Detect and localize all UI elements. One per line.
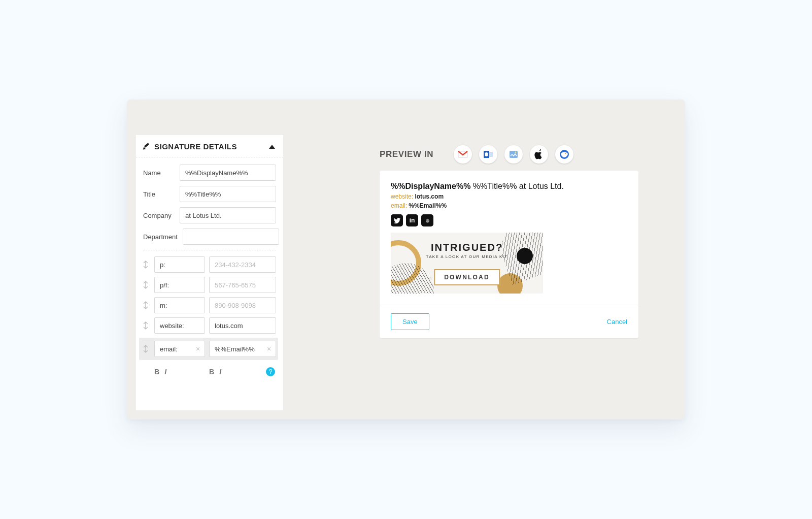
applemail-icon[interactable] [530, 145, 548, 164]
promo-banner[interactable]: INTRIGUED? TAKE A LOOK AT OUR MEDIA KIT … [391, 233, 543, 294]
company-input[interactable] [180, 207, 276, 223]
contact-value-input[interactable] [209, 317, 276, 334]
email-label: email: [391, 202, 407, 209]
svg-point-4 [515, 152, 517, 153]
static-fields: Name Title Company Department [136, 157, 283, 245]
signature-email-line: email: %%Email%% [391, 202, 627, 209]
contact-key-input[interactable] [154, 297, 205, 313]
clear-key-icon[interactable]: × [194, 345, 202, 353]
preview-header: PREVIEW IN [380, 145, 676, 164]
contact-row [141, 297, 276, 313]
signature-display-name: %%DisplayName%% [391, 182, 470, 190]
social-icons: in ◎ [391, 214, 627, 226]
contact-key-input[interactable] [154, 256, 205, 273]
instagram-icon[interactable]: ◎ [421, 214, 433, 226]
banner-subline: TAKE A LOOK AT OUR MEDIA KIT [391, 254, 543, 259]
contact-row [141, 256, 276, 273]
gmail-icon[interactable] [454, 145, 472, 164]
email-value: %%Email%% [409, 202, 447, 209]
separator [143, 250, 276, 250]
collapse-icon[interactable] [269, 145, 275, 149]
signature-name-line: %%DisplayName%% %%Title%% at Lotus Ltd. [391, 182, 627, 191]
cancel-button[interactable]: Cancel [607, 318, 627, 326]
drag-handle-icon[interactable] [142, 281, 149, 289]
format-bar: B I B I ? [136, 364, 283, 383]
contact-key-input[interactable] [154, 317, 205, 334]
bold-button-right[interactable]: B [209, 368, 214, 376]
website-value: lotus.com [415, 193, 444, 200]
drag-handle-icon[interactable] [142, 345, 149, 353]
title-label: Title [143, 190, 175, 198]
svg-point-6 [565, 153, 566, 154]
company-label: Company [143, 212, 175, 219]
help-icon[interactable]: ? [266, 367, 275, 376]
svg-rect-1 [485, 152, 488, 156]
thunderbird-icon[interactable] [555, 145, 573, 164]
name-input[interactable] [180, 165, 276, 181]
preview-card: %%DisplayName%% %%Title%% at Lotus Ltd. … [380, 171, 638, 338]
twitter-icon[interactable] [391, 214, 403, 226]
preview-heading: PREVIEW IN [380, 149, 433, 159]
svg-rect-2 [489, 152, 493, 157]
title-input[interactable] [180, 186, 276, 202]
app-frame: SIGNATURE DETAILS Name Title Company Dep… [127, 100, 685, 419]
outlook-icon[interactable] [479, 145, 497, 164]
drag-handle-icon[interactable] [142, 321, 149, 330]
panel-title: SIGNATURE DETAILS [154, 142, 237, 151]
linkedin-icon[interactable]: in [406, 214, 418, 226]
signature-title-suffix: %%Title%% at Lotus Ltd. [473, 182, 564, 190]
preview-area: PREVIEW IN %%Di [380, 135, 676, 410]
contact-value-input[interactable] [209, 277, 276, 293]
department-label: Department [143, 233, 178, 241]
name-label: Name [143, 169, 175, 177]
save-button[interactable]: Save [391, 313, 429, 330]
signature-website-line: website: lotus.com [391, 193, 627, 200]
drag-handle-icon[interactable] [142, 261, 149, 269]
contact-value-input[interactable] [209, 297, 276, 313]
svg-rect-3 [510, 151, 518, 158]
banner-cta[interactable]: DOWNLOAD [434, 269, 500, 285]
client-icons [454, 145, 573, 164]
website-label: website: [391, 193, 413, 200]
banner-headline: INTRIGUED? [391, 242, 543, 253]
contact-row [141, 317, 276, 334]
italic-button-left[interactable]: I [164, 368, 166, 376]
contact-row: ×× [139, 338, 278, 360]
signature-details-panel: SIGNATURE DETAILS Name Title Company Dep… [136, 135, 283, 410]
postbox-icon[interactable] [504, 145, 523, 164]
contact-row [141, 277, 276, 293]
contact-key-input[interactable] [154, 277, 205, 293]
contact-fields: ×× [136, 256, 283, 360]
bold-button-left[interactable]: B [154, 368, 159, 376]
pen-icon [143, 143, 150, 150]
drag-handle-icon[interactable] [142, 301, 149, 309]
contact-value-input[interactable] [209, 256, 276, 273]
department-input[interactable] [183, 229, 279, 245]
clear-value-icon[interactable]: × [265, 345, 273, 353]
italic-button-right[interactable]: I [219, 368, 221, 376]
preview-actions: Save Cancel [380, 305, 638, 338]
panel-header[interactable]: SIGNATURE DETAILS [136, 135, 283, 157]
